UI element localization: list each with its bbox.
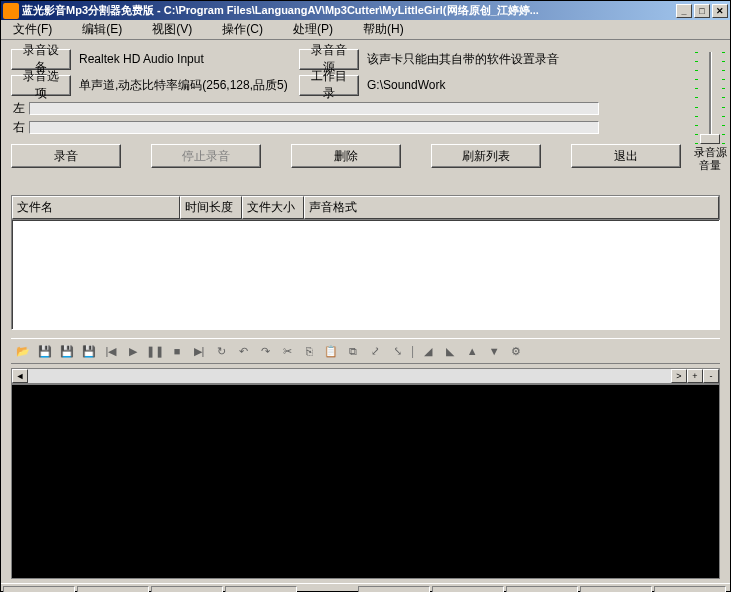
file-table-header: 文件名 时间长度 文件大小 声音格式 bbox=[11, 195, 720, 220]
scroll-right-button[interactable]: > bbox=[671, 369, 687, 383]
copy-icon[interactable]: ⎘ bbox=[301, 343, 317, 359]
status-cell-1[interactable] bbox=[3, 586, 75, 592]
status-cell-6[interactable] bbox=[432, 586, 504, 592]
crop-icon[interactable]: ⧉ bbox=[345, 343, 361, 359]
delete-button[interactable]: 删除 bbox=[291, 144, 401, 168]
play-icon[interactable]: ▶ bbox=[125, 343, 141, 359]
status-cell-7[interactable] bbox=[506, 586, 578, 592]
menubar: 文件(F) 编辑(E) 视图(V) 操作(C) 处理(P) 帮助(H) bbox=[1, 20, 730, 40]
volume-down-icon[interactable]: ▼ bbox=[486, 343, 502, 359]
menu-help[interactable]: 帮助(H) bbox=[355, 19, 412, 40]
status-cell-5[interactable] bbox=[358, 586, 430, 592]
zoom-in-button[interactable]: + bbox=[687, 369, 703, 383]
paste-icon[interactable]: 📋 bbox=[323, 343, 339, 359]
menu-operate[interactable]: 操作(C) bbox=[214, 19, 271, 40]
vu-left-meter bbox=[29, 102, 599, 115]
close-button[interactable]: ✕ bbox=[712, 4, 728, 18]
save-as-icon[interactable]: 💾 bbox=[37, 343, 53, 359]
col-filename[interactable]: 文件名 bbox=[12, 196, 180, 219]
stop-record-button[interactable]: 停止录音 bbox=[151, 144, 261, 168]
save-icon[interactable]: 💾 bbox=[59, 343, 75, 359]
app-icon bbox=[3, 3, 19, 19]
status-cell-2[interactable] bbox=[77, 586, 149, 592]
playback-toolbar: 📂 💾 💾 💾 |◀ ▶ ❚❚ ■ ▶| ↻ ↶ ↷ ✂ ⎘ 📋 ⧉ ⤦ ⤥ |… bbox=[11, 338, 720, 364]
open-icon[interactable]: 📂 bbox=[15, 343, 31, 359]
waveform-view[interactable] bbox=[11, 384, 720, 579]
record-options-value: 单声道,动态比特率编码(256,128,品质5) bbox=[79, 77, 299, 94]
refresh-list-button[interactable]: 刷新列表 bbox=[431, 144, 541, 168]
scroll-left-button[interactable]: ◄ bbox=[12, 369, 28, 383]
record-button[interactable]: 录音 bbox=[11, 144, 121, 168]
record-options-button[interactable]: 录音选项 bbox=[11, 75, 71, 96]
vu-left-label: 左 bbox=[11, 100, 27, 117]
redo-icon[interactable]: ↷ bbox=[257, 343, 273, 359]
record-source-button[interactable]: 录音音源 bbox=[299, 49, 359, 70]
skip-end-icon[interactable]: ▶| bbox=[191, 343, 207, 359]
record-volume-slider[interactable] bbox=[701, 52, 719, 144]
main-window: 蓝光影音Mp3分割器免费版 - C:\Program Files\Languan… bbox=[0, 0, 731, 592]
volume-up-icon[interactable]: ▲ bbox=[464, 343, 480, 359]
maximize-button[interactable]: □ bbox=[694, 4, 710, 18]
workdir-value: G:\SoundWork bbox=[367, 78, 445, 92]
record-device-button[interactable]: 录音设备 bbox=[11, 49, 71, 70]
record-volume-label: 录音源 音量 bbox=[694, 146, 727, 172]
status-cell-9[interactable] bbox=[654, 586, 726, 592]
menu-view[interactable]: 视图(V) bbox=[144, 19, 200, 40]
col-duration[interactable]: 时间长度 bbox=[180, 196, 242, 219]
status-cell-4[interactable] bbox=[225, 586, 297, 592]
record-source-value: 该声卡只能由其自带的软件设置录音 bbox=[367, 51, 559, 68]
window-title: 蓝光影音Mp3分割器免费版 - C:\Program Files\Languan… bbox=[22, 3, 676, 18]
menu-process[interactable]: 处理(P) bbox=[285, 19, 341, 40]
file-list[interactable] bbox=[11, 220, 720, 330]
waveform-scrollbar[interactable]: ◄ > + - bbox=[11, 368, 720, 384]
cut-icon[interactable]: ✂ bbox=[279, 343, 295, 359]
exit-button[interactable]: 退出 bbox=[571, 144, 681, 168]
settings-icon[interactable]: ⚙ bbox=[508, 343, 524, 359]
status-cell-8[interactable] bbox=[580, 586, 652, 592]
zoom-out-button[interactable]: - bbox=[703, 369, 719, 383]
menu-file[interactable]: 文件(F) bbox=[5, 19, 60, 40]
minimize-button[interactable]: _ bbox=[676, 4, 692, 18]
loop-icon[interactable]: ↻ bbox=[213, 343, 229, 359]
col-format[interactable]: 声音格式 bbox=[304, 196, 719, 219]
workdir-button[interactable]: 工作目录 bbox=[299, 75, 359, 96]
fade-out-icon[interactable]: ◣ bbox=[442, 343, 458, 359]
titlebar: 蓝光影音Mp3分割器免费版 - C:\Program Files\Languan… bbox=[1, 1, 730, 20]
pause-icon[interactable]: ❚❚ bbox=[147, 343, 163, 359]
record-device-value: Realtek HD Audio Input bbox=[79, 52, 299, 66]
fade-in-icon[interactable]: ◢ bbox=[420, 343, 436, 359]
save-all-icon[interactable]: 💾 bbox=[81, 343, 97, 359]
status-cell-3[interactable] bbox=[151, 586, 223, 592]
undo-icon[interactable]: ↶ bbox=[235, 343, 251, 359]
stop-icon[interactable]: ■ bbox=[169, 343, 185, 359]
menu-edit[interactable]: 编辑(E) bbox=[74, 19, 130, 40]
status-toolbar bbox=[1, 583, 730, 592]
scroll-track[interactable] bbox=[28, 369, 671, 383]
vu-right-meter bbox=[29, 121, 599, 134]
record-volume-thumb[interactable] bbox=[700, 134, 720, 144]
mark-end-icon[interactable]: ⤥ bbox=[389, 343, 405, 359]
col-filesize[interactable]: 文件大小 bbox=[242, 196, 304, 219]
vu-right-label: 右 bbox=[11, 119, 27, 136]
skip-start-icon[interactable]: |◀ bbox=[103, 343, 119, 359]
mark-start-icon[interactable]: ⤦ bbox=[367, 343, 383, 359]
